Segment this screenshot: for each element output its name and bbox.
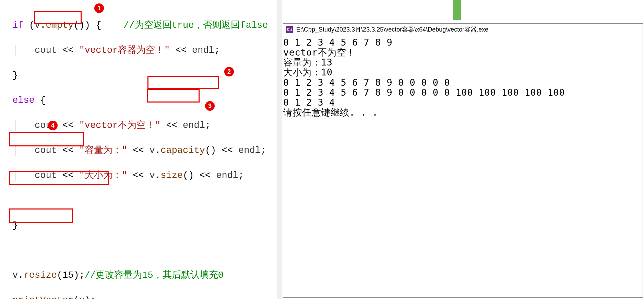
endl: endl <box>216 170 238 181</box>
indent-guide: │ <box>12 119 18 132</box>
string: "容量为：" <box>79 145 127 156</box>
highlight-box-resize15 <box>9 132 84 146</box>
string: "vector容器为空！" <box>79 45 170 56</box>
badge-3: 3 <box>205 101 215 111</box>
comment: //更改容量为15，其后默认填充0 <box>85 270 224 280</box>
var-v: v <box>79 295 85 299</box>
decoration-bar <box>453 0 461 20</box>
console-window[interactable]: C:\ E:\Cpp_Study\2023.3月\23.3.25\vector容… <box>283 23 643 298</box>
highlight-box-resize5 <box>9 208 73 223</box>
badge-2: 2 <box>224 67 234 76</box>
highlight-box-empty <box>34 11 82 24</box>
fn-resize: resize <box>24 270 57 280</box>
var-v: v <box>150 170 155 181</box>
console-icon: C:\ <box>286 26 293 33</box>
endl: endl <box>238 145 261 156</box>
fn-print: printVector <box>12 295 73 299</box>
comment: //为空返回true，否则返回false <box>123 20 268 31</box>
code-editor[interactable]: if (v.empty()) { //为空返回true，否则返回false │ … <box>0 0 281 299</box>
indent-guide: │ <box>12 44 18 57</box>
highlight-box-size <box>147 89 200 103</box>
editor-scrollbar[interactable] <box>277 0 282 299</box>
console-title-text: E:\Cpp_Study\2023.3月\23.3.25\vector容器\x6… <box>296 25 488 34</box>
string: "vector不为空！" <box>79 120 161 131</box>
cout: cout <box>35 45 57 56</box>
keyword-if: if <box>12 20 23 31</box>
endl: endl <box>192 45 214 56</box>
var-v: v <box>12 270 18 280</box>
highlight-box-capacity <box>147 76 219 89</box>
console-output: 0 1 2 3 4 5 6 7 8 9 vector不为空！ 容量为：13 大小… <box>283 35 643 117</box>
endl: endl <box>183 120 205 131</box>
badge-1: 1 <box>94 3 104 13</box>
var-v: v <box>150 145 155 156</box>
fn-size: size <box>160 170 183 181</box>
keyword-else: else <box>12 95 35 106</box>
console-titlebar[interactable]: C:\ E:\Cpp_Study\2023.3月\23.3.25\vector容… <box>283 24 643 35</box>
fn-capacity: capacity <box>160 145 205 156</box>
num: 15 <box>62 270 73 280</box>
highlight-box-resize20 <box>9 171 109 185</box>
badge-4: 4 <box>48 121 58 130</box>
cout: cout <box>35 145 57 156</box>
